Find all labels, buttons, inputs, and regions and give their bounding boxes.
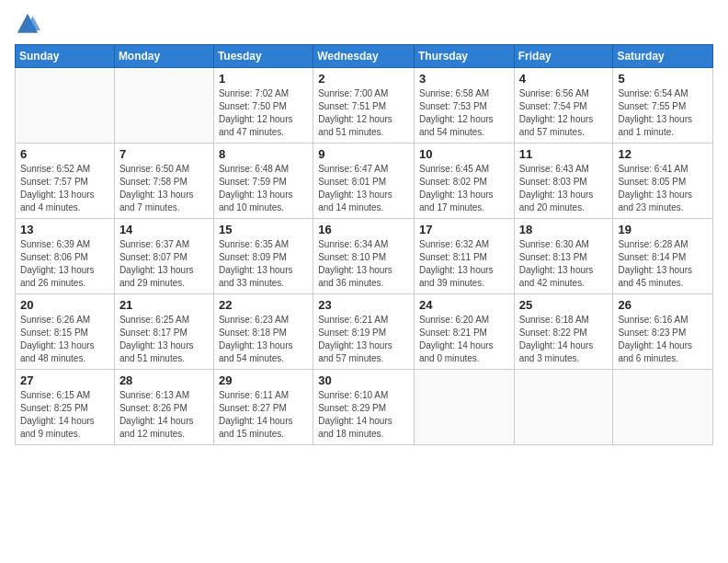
day-number: 16 (318, 223, 409, 236)
day-info: Sunrise: 6:34 AM Sunset: 8:10 PM Dayligh… (318, 238, 409, 290)
day-number: 17 (419, 223, 509, 236)
calendar-cell: 26Sunrise: 6:16 AM Sunset: 8:23 PM Dayli… (613, 294, 713, 370)
day-info: Sunrise: 6:23 AM Sunset: 8:18 PM Dayligh… (219, 314, 308, 365)
day-number: 25 (519, 298, 609, 312)
day-number: 5 (618, 72, 708, 86)
calendar-cell: 24Sunrise: 6:20 AM Sunset: 8:21 PM Dayli… (414, 294, 514, 370)
day-info: Sunrise: 6:39 AM Sunset: 8:06 PM Dayligh… (20, 238, 109, 290)
calendar-cell: 23Sunrise: 6:21 AM Sunset: 8:19 PM Dayli… (313, 294, 415, 370)
calendar-cell (514, 370, 613, 445)
day-info: Sunrise: 6:20 AM Sunset: 8:21 PM Dayligh… (419, 314, 509, 365)
day-number: 4 (519, 72, 609, 86)
calendar-cell (414, 370, 514, 445)
calendar-cell: 14Sunrise: 6:37 AM Sunset: 8:07 PM Dayli… (114, 219, 213, 294)
day-info: Sunrise: 6:13 AM Sunset: 8:26 PM Dayligh… (119, 389, 209, 441)
day-number: 22 (219, 298, 308, 312)
day-info: Sunrise: 6:25 AM Sunset: 8:17 PM Dayligh… (119, 314, 209, 365)
header-saturday: Saturday (613, 45, 713, 68)
day-info: Sunrise: 6:11 AM Sunset: 8:27 PM Dayligh… (219, 389, 308, 441)
day-info: Sunrise: 6:26 AM Sunset: 8:15 PM Dayligh… (20, 314, 109, 365)
calendar-cell: 17Sunrise: 6:32 AM Sunset: 8:11 PM Dayli… (414, 219, 514, 294)
calendar-cell: 16Sunrise: 6:34 AM Sunset: 8:10 PM Dayli… (313, 219, 415, 294)
calendar-week-2: 13Sunrise: 6:39 AM Sunset: 8:06 PM Dayli… (16, 219, 713, 294)
day-number: 30 (318, 373, 409, 387)
calendar-cell: 18Sunrise: 6:30 AM Sunset: 8:13 PM Dayli… (514, 219, 613, 294)
day-info: Sunrise: 6:43 AM Sunset: 8:03 PM Dayligh… (519, 163, 609, 214)
day-number: 29 (219, 373, 308, 387)
header-thursday: Thursday (414, 45, 514, 68)
calendar-cell: 15Sunrise: 6:35 AM Sunset: 8:09 PM Dayli… (213, 219, 313, 294)
day-number: 14 (119, 223, 209, 236)
calendar-cell: 4Sunrise: 6:56 AM Sunset: 7:54 PM Daylig… (514, 68, 613, 144)
calendar-cell: 13Sunrise: 6:39 AM Sunset: 8:06 PM Dayli… (16, 219, 115, 294)
calendar-cell: 1Sunrise: 7:02 AM Sunset: 7:50 PM Daylig… (213, 68, 313, 144)
calendar-cell: 20Sunrise: 6:26 AM Sunset: 8:15 PM Dayli… (16, 294, 115, 370)
day-info: Sunrise: 6:16 AM Sunset: 8:23 PM Dayligh… (618, 314, 708, 365)
day-number: 13 (20, 223, 109, 236)
day-info: Sunrise: 6:48 AM Sunset: 7:59 PM Dayligh… (219, 163, 308, 214)
calendar-header-row: SundayMondayTuesdayWednesdayThursdayFrid… (16, 45, 713, 68)
day-info: Sunrise: 6:30 AM Sunset: 8:13 PM Dayligh… (519, 238, 609, 290)
day-number: 15 (219, 223, 308, 236)
calendar-cell (114, 68, 213, 144)
day-info: Sunrise: 6:52 AM Sunset: 7:57 PM Dayligh… (20, 163, 109, 214)
header-monday: Monday (114, 45, 213, 68)
calendar-table: SundayMondayTuesdayWednesdayThursdayFrid… (15, 44, 713, 445)
calendar-cell: 30Sunrise: 6:10 AM Sunset: 8:29 PM Dayli… (313, 370, 415, 445)
day-number: 1 (219, 72, 308, 86)
day-info: Sunrise: 6:32 AM Sunset: 8:11 PM Dayligh… (419, 238, 509, 290)
calendar-cell: 19Sunrise: 6:28 AM Sunset: 8:14 PM Dayli… (613, 219, 713, 294)
day-number: 18 (519, 223, 609, 236)
calendar-cell: 10Sunrise: 6:45 AM Sunset: 8:02 PM Dayli… (414, 144, 514, 219)
day-info: Sunrise: 6:56 AM Sunset: 7:54 PM Dayligh… (519, 87, 609, 139)
day-info: Sunrise: 6:15 AM Sunset: 8:25 PM Dayligh… (20, 389, 109, 441)
main-container: SundayMondayTuesdayWednesdayThursdayFrid… (0, 0, 728, 563)
day-info: Sunrise: 6:18 AM Sunset: 8:22 PM Dayligh… (519, 314, 609, 365)
day-info: Sunrise: 7:00 AM Sunset: 7:51 PM Dayligh… (318, 87, 409, 139)
day-info: Sunrise: 6:45 AM Sunset: 8:02 PM Dayligh… (419, 163, 509, 214)
logo-icon (15, 11, 40, 37)
calendar-cell: 29Sunrise: 6:11 AM Sunset: 8:27 PM Dayli… (213, 370, 313, 445)
day-number: 12 (618, 147, 708, 161)
day-info: Sunrise: 6:10 AM Sunset: 8:29 PM Dayligh… (318, 389, 409, 441)
day-number: 27 (20, 373, 109, 387)
day-number: 24 (419, 298, 509, 312)
day-number: 11 (519, 147, 609, 161)
calendar-week-3: 20Sunrise: 6:26 AM Sunset: 8:15 PM Dayli… (16, 294, 713, 370)
calendar-cell (16, 68, 115, 144)
day-info: Sunrise: 6:58 AM Sunset: 7:53 PM Dayligh… (419, 87, 509, 139)
calendar-cell: 12Sunrise: 6:41 AM Sunset: 8:05 PM Dayli… (613, 144, 713, 219)
day-info: Sunrise: 6:47 AM Sunset: 8:01 PM Dayligh… (318, 163, 409, 214)
calendar-week-4: 27Sunrise: 6:15 AM Sunset: 8:25 PM Dayli… (16, 370, 713, 445)
calendar-cell: 25Sunrise: 6:18 AM Sunset: 8:22 PM Dayli… (514, 294, 613, 370)
calendar-cell: 27Sunrise: 6:15 AM Sunset: 8:25 PM Dayli… (16, 370, 115, 445)
calendar-cell: 21Sunrise: 6:25 AM Sunset: 8:17 PM Dayli… (114, 294, 213, 370)
day-number: 26 (618, 298, 708, 312)
day-info: Sunrise: 7:02 AM Sunset: 7:50 PM Dayligh… (219, 87, 308, 139)
day-info: Sunrise: 6:54 AM Sunset: 7:55 PM Dayligh… (618, 87, 708, 139)
header-tuesday: Tuesday (213, 45, 313, 68)
calendar-cell: 11Sunrise: 6:43 AM Sunset: 8:03 PM Dayli… (514, 144, 613, 219)
day-number: 19 (618, 223, 708, 236)
day-number: 3 (419, 72, 509, 86)
calendar-cell: 22Sunrise: 6:23 AM Sunset: 8:18 PM Dayli… (213, 294, 313, 370)
day-number: 6 (20, 147, 109, 161)
header-sunday: Sunday (16, 45, 115, 68)
calendar-week-0: 1Sunrise: 7:02 AM Sunset: 7:50 PM Daylig… (16, 68, 713, 144)
day-number: 7 (119, 147, 209, 161)
calendar-cell: 28Sunrise: 6:13 AM Sunset: 8:26 PM Dayli… (114, 370, 213, 445)
header-friday: Friday (514, 45, 613, 68)
calendar-week-1: 6Sunrise: 6:52 AM Sunset: 7:57 PM Daylig… (16, 144, 713, 219)
day-number: 28 (119, 373, 209, 387)
day-number: 20 (20, 298, 109, 312)
calendar-cell: 2Sunrise: 7:00 AM Sunset: 7:51 PM Daylig… (313, 68, 415, 144)
calendar-cell: 6Sunrise: 6:52 AM Sunset: 7:57 PM Daylig… (16, 144, 115, 219)
day-number: 2 (318, 72, 409, 86)
calendar-cell: 9Sunrise: 6:47 AM Sunset: 8:01 PM Daylig… (313, 144, 415, 219)
day-number: 8 (219, 147, 308, 161)
day-number: 21 (119, 298, 209, 312)
day-info: Sunrise: 6:50 AM Sunset: 7:58 PM Dayligh… (119, 163, 209, 214)
day-number: 10 (419, 147, 509, 161)
day-number: 9 (318, 147, 409, 161)
calendar-cell (613, 370, 713, 445)
